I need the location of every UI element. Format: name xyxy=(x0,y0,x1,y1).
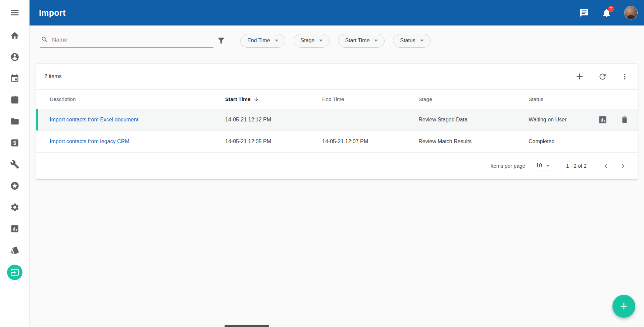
chip-label: Start Time xyxy=(345,38,369,44)
table-row[interactable]: Import contacts from Excel document 14-0… xyxy=(36,109,638,131)
pagination-bar: Items per page 10 1 - 2 of 2 xyxy=(36,153,638,179)
add-icon[interactable] xyxy=(575,71,585,81)
items-per-page-value: 10 xyxy=(536,163,542,169)
sidebar-item-calendar[interactable] xyxy=(0,68,30,90)
table-header-row: Description Start Time End Time Stage St… xyxy=(36,89,638,109)
account-circle-icon xyxy=(10,52,19,63)
plus-icon xyxy=(618,301,629,312)
app-header: Import 7 xyxy=(30,0,644,25)
column-header-end-time[interactable]: End Time xyxy=(322,96,418,102)
horizontal-scrollbar-thumb[interactable] xyxy=(225,325,269,327)
row-description-link[interactable]: Import contacts from Excel document xyxy=(50,117,138,122)
star-circle-icon xyxy=(10,181,19,192)
notifications-icon[interactable]: 7 xyxy=(602,8,611,18)
notification-badge: 7 xyxy=(608,6,614,12)
next-page-icon[interactable] xyxy=(617,160,629,172)
number5-card-icon xyxy=(10,138,19,149)
clipboard-icon xyxy=(10,95,19,106)
search-icon xyxy=(41,36,48,44)
chevron-down-icon xyxy=(546,165,549,167)
items-per-page-label: Items per page xyxy=(491,163,525,169)
deals-icon xyxy=(10,246,19,256)
sidebar-item-opportunities[interactable] xyxy=(0,133,30,154)
bar-chart-icon xyxy=(10,224,19,235)
refresh-icon[interactable] xyxy=(598,72,607,81)
wrench-icon xyxy=(10,160,19,170)
search-input[interactable] xyxy=(52,37,213,43)
table-row[interactable]: Import contacts from legacy CRM 14-05-21… xyxy=(36,131,638,153)
filter-chip-end-time[interactable]: End Time xyxy=(240,34,285,48)
kebab-menu-icon[interactable] xyxy=(621,72,629,81)
avatar-photo xyxy=(624,6,638,19)
chip-label: Status xyxy=(400,38,415,44)
sidebar-item-favorites[interactable] xyxy=(0,176,30,197)
search-field xyxy=(40,34,213,48)
chevron-down-icon xyxy=(420,40,424,42)
sidebar-item-tools[interactable] xyxy=(0,154,30,176)
items-per-page-select[interactable]: 10 xyxy=(535,162,551,170)
sidebar-item-contacts[interactable] xyxy=(0,47,30,68)
filter-chips: End Time Stage Start Time Status xyxy=(240,34,431,48)
gear-icon xyxy=(10,203,19,213)
chevron-down-icon xyxy=(319,40,323,42)
filter-chip-stage[interactable]: Stage xyxy=(294,34,330,48)
column-header-start-time[interactable]: Start Time xyxy=(225,96,322,102)
page-title: Import xyxy=(39,8,66,18)
calendar-icon xyxy=(10,74,19,85)
import-list-card: 2 items Description Start Time End Time … xyxy=(36,64,638,179)
chat-icon[interactable] xyxy=(579,8,589,18)
row-stage: Review Match Results xyxy=(418,139,529,145)
column-header-status[interactable]: Status xyxy=(529,96,593,102)
row-status: Waiting on User xyxy=(529,117,593,123)
sidebar-item-import[interactable] xyxy=(0,262,30,283)
row-delete-icon[interactable] xyxy=(620,115,629,124)
filter-funnel-icon[interactable] xyxy=(217,36,226,45)
sidebar-item-tasks[interactable] xyxy=(0,90,30,111)
filter-chip-status[interactable]: Status xyxy=(393,34,430,48)
sort-arrow-down-icon xyxy=(253,96,259,102)
sidebar-item-deals[interactable] xyxy=(0,240,30,262)
filter-bar: End Time Stage Start Time Status xyxy=(30,25,644,56)
card-toolbar: 2 items xyxy=(36,64,638,89)
sidebar-item-settings[interactable] xyxy=(0,197,30,219)
chip-label: Stage xyxy=(301,38,315,44)
row-analytics-icon[interactable] xyxy=(598,115,607,124)
sidebar-nav xyxy=(0,25,30,283)
previous-page-icon[interactable] xyxy=(600,160,611,172)
chevron-down-icon xyxy=(275,40,278,42)
items-count: 2 items xyxy=(44,73,62,79)
column-header-stage[interactable]: Stage xyxy=(418,96,529,102)
column-header-description[interactable]: Description xyxy=(50,96,225,102)
chip-label: End Time xyxy=(247,38,270,44)
menu-icon[interactable] xyxy=(10,8,20,18)
add-record-fab[interactable] xyxy=(612,295,635,318)
row-status: Completed xyxy=(529,139,593,145)
sidebar-item-reports[interactable] xyxy=(0,219,30,240)
row-stage: Review Staged Data xyxy=(418,117,529,123)
chevron-down-icon xyxy=(374,40,378,42)
sidebar-item-home[interactable] xyxy=(0,25,30,47)
folder-icon xyxy=(10,117,19,127)
row-start-time: 14-05-21 12:12 PM xyxy=(225,117,322,123)
column-label: Start Time xyxy=(225,96,251,102)
sidebar-item-documents[interactable] xyxy=(0,111,30,133)
row-end-time: 14-05-21 12:07 PM xyxy=(322,139,418,145)
row-description-link[interactable]: Import contacts from legacy CRM xyxy=(50,139,129,144)
import-icon xyxy=(7,265,22,280)
pagination-range: 1 - 2 of 2 xyxy=(566,163,587,169)
row-start-time: 14-05-21 12:05 PM xyxy=(225,139,322,145)
home-icon xyxy=(10,31,19,42)
sidebar xyxy=(0,0,30,327)
user-avatar[interactable] xyxy=(624,6,638,19)
filter-chip-start-time[interactable]: Start Time xyxy=(338,34,385,48)
